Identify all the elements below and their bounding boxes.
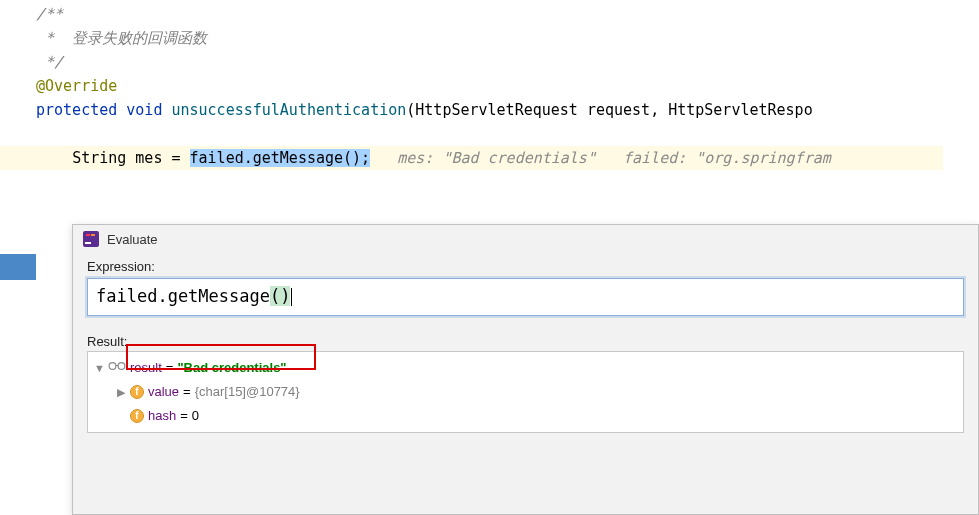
result-var-name: result	[130, 356, 162, 380]
annotation-line: @Override	[36, 74, 979, 98]
field-name: hash	[148, 404, 176, 428]
svg-rect-1	[85, 242, 91, 244]
result-label: Result:	[87, 334, 964, 349]
field-icon: f	[130, 385, 144, 399]
watch-icon	[108, 356, 126, 380]
gutter-breakpoint-mark	[0, 254, 36, 280]
selected-text: failed.getMessage();	[190, 149, 371, 167]
intellij-icon	[83, 231, 99, 247]
dialog-title: Evaluate	[107, 232, 158, 247]
svg-rect-2	[86, 234, 90, 236]
inline-hint-mes: mes:	[397, 149, 442, 167]
dialog-titlebar[interactable]: Evaluate	[73, 225, 978, 253]
code-editor[interactable]: /** * 登录失败的回调函数 */ @Override protected v…	[0, 0, 979, 170]
text-caret	[291, 288, 292, 306]
svg-point-5	[118, 362, 125, 369]
method-signature: protected void unsuccessfulAuthenticatio…	[36, 98, 979, 122]
tree-root-row[interactable]: ▼ result = "Bad credentials"	[94, 356, 957, 380]
blank-line	[36, 122, 979, 146]
comment-line: */	[36, 50, 979, 74]
matched-paren: ()	[270, 286, 290, 306]
inline-hint-failed: failed:	[623, 149, 695, 167]
expand-arrow-icon[interactable]: ▶	[116, 380, 126, 404]
comment-line: /**	[36, 2, 979, 26]
result-tree[interactable]: ▼ result = "Bad credentials" ▶ f value =…	[87, 351, 964, 433]
field-name: value	[148, 380, 179, 404]
tree-child-row[interactable]: ▶ f value = {char[15]@10774}	[94, 380, 957, 404]
expression-label: Expression:	[87, 259, 964, 274]
svg-rect-0	[83, 231, 99, 247]
svg-point-4	[109, 362, 116, 369]
current-execution-line: String mes = failed.getMessage(); mes: "…	[0, 146, 943, 170]
evaluate-dialog: Evaluate Expression: failed.getMessage()…	[72, 224, 979, 515]
collapse-arrow-icon[interactable]: ▼	[94, 356, 104, 380]
comment-line: * 登录失败的回调函数	[36, 26, 979, 50]
field-value: {char[15]@10774}	[195, 380, 300, 404]
svg-rect-3	[91, 234, 95, 236]
expression-input[interactable]: failed.getMessage()	[87, 278, 964, 316]
tree-child-row[interactable]: f hash = 0	[94, 404, 957, 428]
result-value: "Bad credentials"	[177, 356, 286, 380]
field-icon: f	[130, 409, 144, 423]
field-value: 0	[192, 404, 199, 428]
